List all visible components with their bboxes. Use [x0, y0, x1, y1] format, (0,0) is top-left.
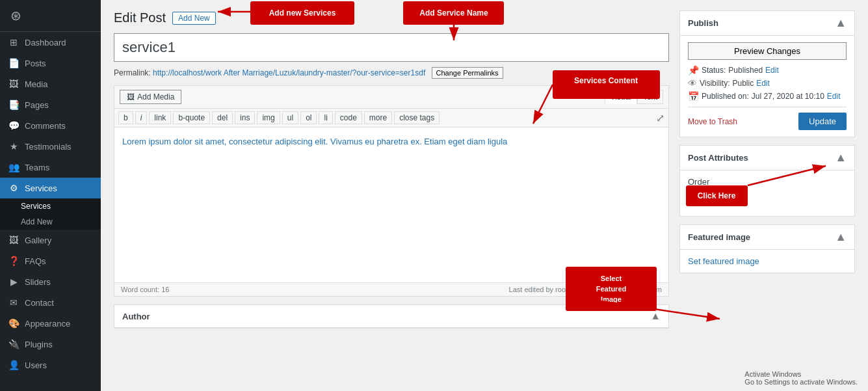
status-label: Status: [702, 66, 726, 75]
contact-icon: ✉ [8, 297, 20, 308]
tab-text[interactable]: Text [637, 90, 663, 104]
status-edit-link[interactable]: Edit [765, 66, 779, 75]
sidebar-item-dashboard[interactable]: ⊞ Dashboard [0, 32, 101, 53]
sidebar-label-teams: Teams [25, 163, 49, 172]
sidebar-label-faqs: FAQs [25, 256, 46, 266]
sidebar-sub-services[interactable]: Services [0, 198, 101, 214]
sidebar-item-teams[interactable]: 👥 Teams [0, 157, 101, 178]
post-attributes-toggle[interactable]: ▲ [835, 151, 847, 165]
featured-image-title: Featured image [688, 232, 750, 242]
author-label: Author [122, 312, 150, 321]
sidebar-item-testimonials[interactable]: ★ Testimonials [0, 136, 101, 157]
sidebar-item-users[interactable]: 👤 Users [0, 355, 101, 375]
wordpress-logo: ⊛ [0, 0, 101, 32]
sidebar-item-plugins[interactable]: 🔌 Plugins [0, 334, 101, 355]
faqs-icon: ❓ [8, 256, 20, 266]
format-li[interactable]: li [319, 111, 332, 124]
featured-image-toggle[interactable]: ▲ [835, 230, 847, 244]
format-close-tags[interactable]: close tags [394, 111, 440, 124]
update-button[interactable]: Update [798, 113, 847, 130]
posts-icon: 📄 [8, 58, 20, 68]
sidebar-item-sliders[interactable]: ▶ Sliders [0, 271, 101, 292]
sidebar-sub-add-new[interactable]: Add New [0, 214, 101, 230]
publish-panel-body: Preview Changes 📌 Status: Published Edit… [680, 36, 854, 137]
permalink-link[interactable]: http://localhost/work After Marriage/Luz… [153, 68, 425, 77]
format-ol[interactable]: ol [300, 111, 317, 124]
visibility-label: Visibility: [700, 79, 730, 88]
sidebar-label-posts: Posts [25, 59, 46, 68]
set-featured-image-link[interactable]: Set featured image [688, 256, 759, 266]
post-attributes-panel: Post Attributes ▲ Order [679, 145, 855, 217]
order-input[interactable] [688, 189, 727, 206]
content-area: Edit Post Add New Permalink: http://loca… [101, 0, 868, 391]
publish-actions: Move to Trash Update [688, 107, 847, 130]
preview-changes-button[interactable]: Preview Changes [688, 42, 847, 60]
order-field-row: Order [688, 177, 847, 206]
add-media-button[interactable]: 🖼 Add Media [120, 90, 181, 104]
gallery-icon: 🖼 [8, 235, 20, 245]
change-permalinks-button[interactable]: Change Permalinks [432, 67, 503, 79]
sidebar-item-comments[interactable]: 💬 Comments [0, 115, 101, 136]
teams-icon: 👥 [8, 162, 20, 172]
format-italic[interactable]: i [135, 111, 148, 124]
sidebar-item-contact[interactable]: ✉ Contact [0, 292, 101, 313]
sidebar-label-services: Services [25, 183, 57, 193]
sidebar-label-pages: Pages [25, 100, 49, 110]
wp-icon: ⊛ [10, 8, 21, 23]
tab-visual[interactable]: Visual [605, 90, 637, 104]
sidebar-item-pages[interactable]: 📑 Pages [0, 94, 101, 115]
sidebar-item-gallery[interactable]: 🖼 Gallery [0, 230, 101, 250]
users-icon: 👤 [8, 360, 20, 370]
format-bquote[interactable]: b-quote [173, 111, 210, 124]
status-row: 📌 Status: Published Edit [688, 65, 847, 75]
sidebar-item-appearance[interactable]: 🎨 Appearance [0, 313, 101, 334]
publish-panel-header: Publish ▲ [680, 11, 854, 36]
sidebar-item-media[interactable]: 🖼 Media [0, 74, 101, 94]
move-to-trash-link[interactable]: Move to Trash [688, 117, 737, 126]
sidebar-label-appearance: Appearance [25, 319, 70, 329]
last-edited: Last edited by root on July 27, 2020 at … [509, 286, 662, 293]
visibility-edit-link[interactable]: Edit [756, 79, 770, 88]
visibility-icon: 👁 [688, 78, 697, 88]
format-ul[interactable]: ul [282, 111, 298, 124]
format-del[interactable]: del [212, 111, 233, 124]
media-icon: 🖼 [8, 79, 20, 89]
featured-image-panel: Featured image ▲ Set featured image [679, 224, 855, 273]
format-more[interactable]: more [364, 111, 392, 124]
post-attributes-body: Order [680, 170, 854, 216]
published-value: Jul 27, 2020 at 10:10 [752, 92, 824, 101]
edit-sidebar: Publish ▲ Preview Changes 📌 Status: Publ… [679, 10, 855, 381]
format-bold[interactable]: b [118, 111, 133, 124]
author-box-toggle[interactable]: ▲ [650, 310, 661, 322]
featured-image-body: Set featured image [680, 250, 854, 273]
sidebar-item-posts[interactable]: 📄 Posts [0, 53, 101, 74]
editor-body[interactable]: Lorem ipsum dolor sit amet, consectetur … [114, 127, 669, 283]
permalink-row: Permalink: http://localhost/work After M… [114, 67, 669, 79]
editor-tabs: Visual Text [605, 90, 663, 104]
published-row: 📅 Published on: Jul 27, 2020 at 10:10 Ed… [688, 91, 847, 101]
sidebar-label-plugins: Plugins [25, 340, 53, 349]
testimonials-icon: ★ [8, 141, 20, 152]
post-attributes-title: Post Attributes [688, 153, 748, 163]
status-value: Published [728, 66, 763, 75]
format-code[interactable]: code [335, 111, 362, 124]
publish-panel-toggle[interactable]: ▲ [835, 16, 847, 30]
expand-editor-button[interactable]: ⤢ [656, 112, 664, 124]
add-new-button[interactable]: Add New [172, 12, 216, 25]
order-label: Order [688, 177, 847, 187]
format-ins[interactable]: ins [235, 111, 255, 124]
sidebar-label-gallery: Gallery [25, 236, 51, 245]
editor-toolbar: 🖼 Add Media Visual Text [114, 85, 669, 108]
post-title-input[interactable] [114, 33, 669, 62]
page-heading: Edit Post [114, 10, 166, 25]
plugins-icon: 🔌 [8, 339, 20, 349]
permalink-label: Permalink: [114, 68, 151, 77]
format-link[interactable]: link [149, 111, 171, 124]
sidebar-item-services[interactable]: ⚙ Services [0, 178, 101, 198]
featured-image-header: Featured image ▲ [680, 225, 854, 250]
format-img[interactable]: img [257, 111, 280, 124]
sidebar-label-users: Users [25, 360, 47, 370]
sliders-icon: ▶ [8, 276, 20, 287]
published-edit-link[interactable]: Edit [827, 92, 841, 101]
sidebar-item-faqs[interactable]: ❓ FAQs [0, 250, 101, 271]
